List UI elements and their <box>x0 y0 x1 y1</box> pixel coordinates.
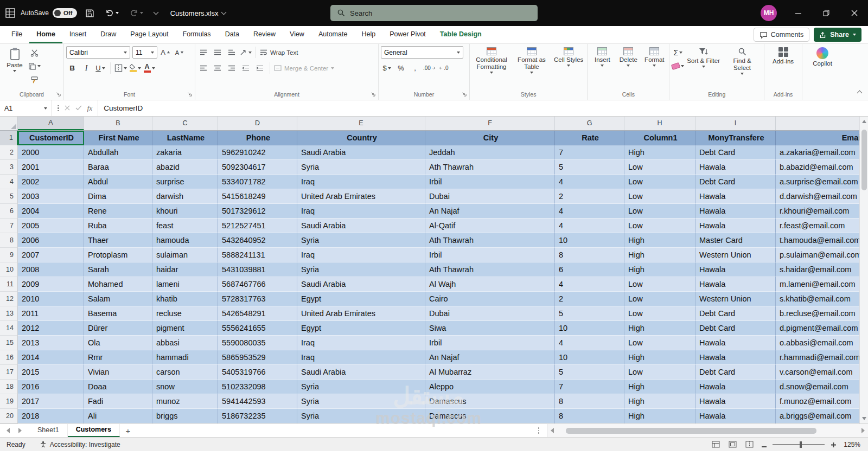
cell-H6[interactable]: Low <box>624 204 695 219</box>
cell-E12[interactable]: Egypt <box>297 292 425 306</box>
cell-C13[interactable]: recluse <box>152 306 218 321</box>
cell-H17[interactable]: Low <box>624 365 695 380</box>
cell-B20[interactable]: Ali <box>84 409 152 424</box>
close-button[interactable] <box>842 0 867 26</box>
cell-D6[interactable]: 5017329612 <box>218 204 297 219</box>
header-cell-customerid[interactable]: CustomerID <box>18 131 84 145</box>
cell-F4[interactable]: Irbil <box>425 175 555 189</box>
cell-A18[interactable]: 2016 <box>18 380 84 394</box>
row-header-16[interactable]: 16 <box>0 350 18 365</box>
align-bottom-button[interactable] <box>226 47 238 59</box>
cell-I13[interactable]: Debt Card <box>695 306 776 321</box>
redo-button[interactable] <box>127 7 146 20</box>
row-header-18[interactable]: 18 <box>0 380 18 394</box>
cut-button[interactable] <box>28 47 41 59</box>
cell-E2[interactable]: Saudi Arabia <box>297 145 425 160</box>
clear-button[interactable] <box>672 60 684 72</box>
previous-sheet-arrow[interactable] <box>7 428 10 433</box>
cell-C2[interactable]: zakaria <box>152 145 218 160</box>
alignment-dialog-launcher[interactable] <box>370 91 375 99</box>
cell-G17[interactable]: 5 <box>555 365 624 380</box>
cell-G2[interactable]: 7 <box>555 145 624 160</box>
cell-E17[interactable]: Saudi Arabia <box>297 365 425 380</box>
cell-H9[interactable]: High <box>624 248 695 262</box>
cell-B8[interactable]: Thaer <box>84 233 152 248</box>
italic-button[interactable]: I <box>80 62 92 74</box>
cell-C6[interactable]: khouri <box>152 204 218 219</box>
cell-G11[interactable]: 4 <box>555 277 624 292</box>
align-middle-button[interactable] <box>212 47 224 59</box>
cell-E9[interactable]: Iraq <box>297 248 425 262</box>
zoom-in-button[interactable] <box>829 440 837 449</box>
cell-I16[interactable]: Hawala <box>695 350 776 365</box>
cell-E7[interactable]: Saudi Arabia <box>297 219 425 233</box>
vertical-scroll-thumb[interactable] <box>861 130 867 190</box>
cell-I9[interactable]: Western Union <box>695 248 776 262</box>
insert-function-button[interactable]: fx <box>87 104 93 113</box>
cell-J9[interactable]: p.sulaiman@email.com <box>776 248 868 262</box>
cell-I8[interactable]: Master Card <box>695 233 776 248</box>
cell-G15[interactable]: 4 <box>555 336 624 350</box>
row-header-1[interactable]: 1 <box>0 131 18 145</box>
cell-J13[interactable]: b.recluse@email.com <box>776 306 868 321</box>
cell-I11[interactable]: Hawala <box>695 277 776 292</box>
cell-G12[interactable]: 2 <box>555 292 624 306</box>
cell-D13[interactable]: 5426548291 <box>218 306 297 321</box>
confirm-entry-button[interactable] <box>75 104 82 112</box>
cell-C12[interactable]: khatib <box>152 292 218 306</box>
cell-G16[interactable]: 10 <box>555 350 624 365</box>
cell-F15[interactable]: Irbil <box>425 336 555 350</box>
cell-B16[interactable]: Rmr <box>84 350 152 365</box>
cell-G8[interactable]: 10 <box>555 233 624 248</box>
format-cells-button[interactable]: Format <box>642 46 667 68</box>
tab-draw[interactable]: Draw <box>93 26 123 43</box>
cell-I6[interactable]: Hawala <box>695 204 776 219</box>
cell-F18[interactable]: Aleppo <box>425 380 555 394</box>
cell-H20[interactable]: High <box>624 409 695 424</box>
cell-B12[interactable]: Salam <box>84 292 152 306</box>
zoom-out-button[interactable] <box>760 440 768 449</box>
tab-view[interactable]: View <box>283 26 311 43</box>
cell-A16[interactable]: 2014 <box>18 350 84 365</box>
cell-A6[interactable]: 2004 <box>18 204 84 219</box>
cell-D20[interactable]: 5186732235 <box>218 409 297 424</box>
cell-E6[interactable]: Iraq <box>297 204 425 219</box>
cell-B3[interactable]: Baraa <box>84 160 152 175</box>
cell-J11[interactable]: m.lameni@email.com <box>776 277 868 292</box>
header-cell-first-name[interactable]: First Name <box>84 131 152 145</box>
cell-H19[interactable]: High <box>624 394 695 409</box>
column-header-d[interactable]: D <box>218 117 297 130</box>
sheet-tab-sheet1[interactable]: Sheet1 <box>29 424 68 437</box>
cell-B18[interactable]: Doaa <box>84 380 152 394</box>
cell-A3[interactable]: 2001 <box>18 160 84 175</box>
tab-home[interactable]: Home <box>29 26 62 43</box>
row-header-8[interactable]: 8 <box>0 233 18 248</box>
align-left-button[interactable] <box>197 62 209 74</box>
row-header-6[interactable]: 6 <box>0 204 18 219</box>
cell-C4[interactable]: surprise <box>152 175 218 189</box>
cell-I3[interactable]: Hawala <box>695 160 776 175</box>
orientation-button[interactable] <box>240 47 252 59</box>
header-cell-phone[interactable]: Phone <box>218 131 297 145</box>
share-button[interactable]: Share <box>814 28 861 42</box>
cell-B4[interactable]: Abdul <box>84 175 152 189</box>
vertical-scrollbar[interactable] <box>859 117 868 424</box>
cell-H7[interactable]: Low <box>624 219 695 233</box>
cell-H4[interactable]: Low <box>624 175 695 189</box>
cell-J19[interactable]: f.munoz@email.com <box>776 394 868 409</box>
cell-E19[interactable]: Syria <box>297 394 425 409</box>
cell-J20[interactable]: a.briggs@email.com <box>776 409 868 424</box>
sheet-options-button[interactable] <box>531 424 547 437</box>
tab-page-layout[interactable]: Page Layout <box>123 26 175 43</box>
name-box[interactable]: A1 <box>0 100 52 116</box>
cell-B9[interactable]: Protoplasm <box>84 248 152 262</box>
horizontal-scrollbar[interactable] <box>547 424 868 437</box>
cell-E5[interactable]: United Arab Emirates <box>297 189 425 204</box>
cell-J16[interactable]: r.hammadi@email.com <box>776 350 868 365</box>
tab-power-pivot[interactable]: Power Pivot <box>382 26 433 43</box>
font-name-combo[interactable]: Calibri <box>66 46 130 59</box>
select-all-corner[interactable] <box>0 117 18 130</box>
cell-F14[interactable]: Siwa <box>425 321 555 336</box>
restore-button[interactable] <box>814 0 839 26</box>
cell-J14[interactable]: d.pigment@email.com <box>776 321 868 336</box>
